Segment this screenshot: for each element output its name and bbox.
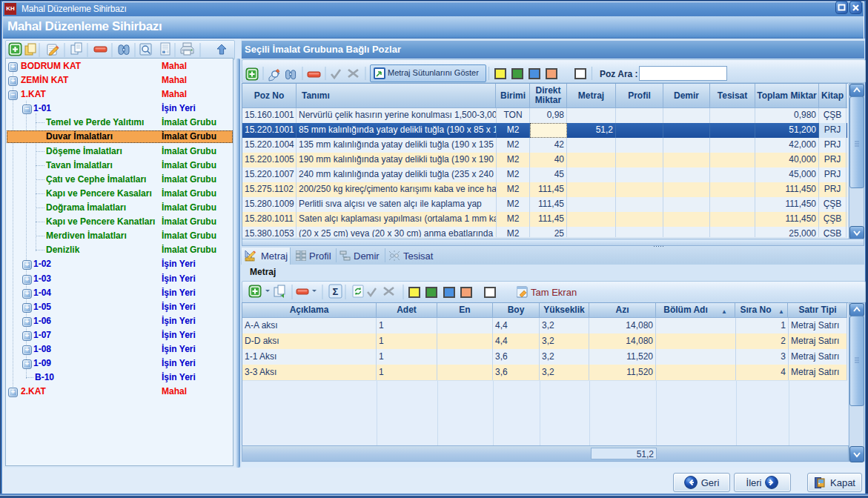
svg-text:Σ: Σ	[333, 286, 339, 297]
